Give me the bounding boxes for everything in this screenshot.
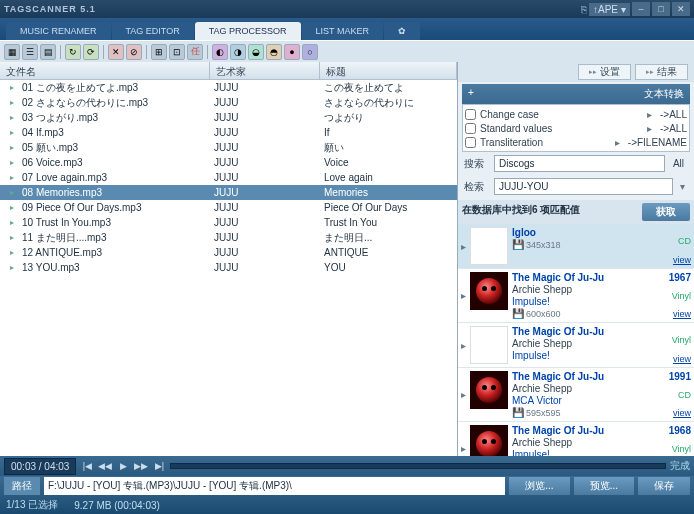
- tab-tag-editor[interactable]: TAG EDITOR: [112, 22, 194, 40]
- path-bar: 路径 F:\JUJU - [YOU] 专辑.(MP3)\JUJU - [YOU]…: [0, 476, 694, 496]
- main-tabs: MUSIC RENAMERTAG EDITORTAG PROCESSORLIST…: [0, 18, 694, 40]
- encoding-dropdown[interactable]: ↑APE▾: [589, 3, 630, 16]
- tool-7[interactable]: ⊘: [126, 44, 142, 60]
- tool-1[interactable]: ▦: [4, 44, 20, 60]
- panel-tab-settings[interactable]: ▸▸设置: [578, 64, 631, 80]
- file-row[interactable]: ▸04 If.mp3JUJUIf: [0, 125, 457, 140]
- file-row[interactable]: ▸10 Trust In You.mp3JUJUTrust In You: [0, 215, 457, 230]
- option-row[interactable]: Standard values▸->ALL: [465, 121, 687, 135]
- col-filename[interactable]: 文件名: [0, 62, 210, 79]
- tool-12[interactable]: ◑: [230, 44, 246, 60]
- file-row[interactable]: ▸06 Voice.mp3JUJUVoice: [0, 155, 457, 170]
- cover-thumb: [470, 272, 508, 310]
- tool-6[interactable]: ✕: [108, 44, 124, 60]
- results-count: 在数据库中找到6 项匹配值: [462, 203, 580, 221]
- file-row[interactable]: ▸13 YOU.mp3JUJUYOU: [0, 260, 457, 275]
- file-row[interactable]: ▸08 Memories.mp3JUJUMemories: [0, 185, 457, 200]
- option-checkbox[interactable]: [465, 137, 476, 148]
- next-button[interactable]: ▶|: [152, 459, 166, 473]
- tab-list-maker[interactable]: LIST MAKER: [302, 22, 383, 40]
- rew-button[interactable]: ◀◀: [98, 459, 112, 473]
- player-bar: 00:03 / 04:03 |◀ ◀◀ ▶ ▶▶ ▶| 完成: [0, 456, 694, 476]
- maximize-button[interactable]: □: [652, 2, 670, 16]
- settings-tab[interactable]: ✿: [384, 22, 420, 40]
- file-row[interactable]: ▸09 Piece Of Our Days.mp3JUJUPiece Of Ou…: [0, 200, 457, 215]
- results-list: ▸Igloo💾345x318CDview▸The Magic Of Ju-JuA…: [458, 224, 694, 456]
- path-label: 路径: [4, 477, 40, 495]
- dropdown-icon[interactable]: ▾: [677, 181, 688, 192]
- file-row[interactable]: ▸03 つよがり.mp3JUJUつよがり: [0, 110, 457, 125]
- browse-button[interactable]: 浏览...: [509, 477, 569, 495]
- file-icon: ▸: [6, 248, 18, 258]
- fetch-button[interactable]: 获取: [642, 203, 690, 221]
- option-checkbox[interactable]: [465, 109, 476, 120]
- view-link[interactable]: view: [673, 309, 691, 319]
- tab-tag-processor[interactable]: TAG PROCESSOR: [195, 22, 301, 40]
- tool-14[interactable]: ◓: [266, 44, 282, 60]
- option-checkbox[interactable]: [465, 123, 476, 134]
- tool-10[interactable]: 任: [187, 44, 203, 60]
- save-button[interactable]: 保存: [638, 477, 690, 495]
- expand-icon[interactable]: +: [468, 87, 474, 101]
- tool-8[interactable]: ⊞: [151, 44, 167, 60]
- tool-15[interactable]: ●: [284, 44, 300, 60]
- option-row[interactable]: Change case▸->ALL: [465, 107, 687, 121]
- search-src-label: 搜索: [464, 157, 490, 171]
- col-title[interactable]: 标题: [320, 62, 457, 79]
- file-icon: ▸: [6, 173, 18, 183]
- tool-2[interactable]: ☰: [22, 44, 38, 60]
- tab-music-renamer[interactable]: MUSIC RENAMER: [6, 22, 111, 40]
- file-row[interactable]: ▸02 さよならの代わりに.mp3JUJUさよならの代わりに: [0, 95, 457, 110]
- option-row[interactable]: Transliteration▸->FILENAME: [465, 135, 687, 149]
- result-item[interactable]: ▸The Magic Of Ju-JuArchie SheppImpulse!💾…: [458, 269, 694, 323]
- options-box: Change case▸->ALLStandard values▸->ALLTr…: [462, 104, 690, 152]
- ffwd-button[interactable]: ▶▶: [134, 459, 148, 473]
- app-title: TAGSCANNER 5.1: [4, 4, 581, 14]
- file-row[interactable]: ▸11 また明日....mp3JUJUまた明日...: [0, 230, 457, 245]
- close-button[interactable]: ✕: [672, 2, 690, 16]
- expand-icon[interactable]: ▸: [461, 241, 466, 252]
- search-input[interactable]: JUJU-YOU: [494, 178, 673, 195]
- result-item[interactable]: ▸The Magic Of Ju-JuArchie SheppImpulse!V…: [458, 323, 694, 368]
- progress-bar[interactable]: [170, 463, 666, 469]
- result-item[interactable]: ▸Igloo💾345x318CDview: [458, 224, 694, 269]
- expand-icon[interactable]: ▸: [461, 443, 466, 454]
- tool-16[interactable]: ○: [302, 44, 318, 60]
- file-row[interactable]: ▸07 Love again.mp3JUJULove again: [0, 170, 457, 185]
- status-bar: 1/13 已选择 9.27 MB (00:04:03): [0, 496, 694, 514]
- file-icon: ▸: [6, 143, 18, 153]
- cover-thumb: [470, 326, 508, 364]
- prev-button[interactable]: |◀: [80, 459, 94, 473]
- player-time: 00:03 / 04:03: [4, 458, 76, 475]
- tool-11[interactable]: ◐: [212, 44, 228, 60]
- all-label[interactable]: All: [669, 158, 688, 169]
- view-link[interactable]: view: [673, 354, 691, 364]
- preview-button[interactable]: 预览...: [574, 477, 634, 495]
- file-icon: ▸: [6, 83, 18, 93]
- file-row[interactable]: ▸05 願い.mp3JUJU願い: [0, 140, 457, 155]
- column-headers: 文件名 艺术家 标题: [0, 62, 457, 80]
- query-label: 检索: [464, 180, 490, 194]
- view-link[interactable]: view: [673, 255, 691, 265]
- provider-select[interactable]: Discogs: [494, 155, 665, 172]
- result-item[interactable]: ▸The Magic Of Ju-JuArchie SheppImpulse!💾…: [458, 422, 694, 456]
- result-item[interactable]: ▸The Magic Of Ju-JuArchie SheppMCA Victo…: [458, 368, 694, 422]
- panel-tab-results[interactable]: ▸▸结果: [635, 64, 688, 80]
- path-input[interactable]: F:\JUJU - [YOU] 专辑.(MP3)\JUJU - [YOU] 专辑…: [44, 477, 505, 495]
- play-button[interactable]: ▶: [116, 459, 130, 473]
- file-icon: ▸: [6, 128, 18, 138]
- tool-9[interactable]: ⊡: [169, 44, 185, 60]
- tool-13[interactable]: ◒: [248, 44, 264, 60]
- expand-icon[interactable]: ▸: [461, 340, 466, 351]
- file-row[interactable]: ▸12 ANTIQUE.mp3JUJUANTIQUE: [0, 245, 457, 260]
- file-row[interactable]: ▸01 この夜を止めてよ.mp3JUJUこの夜を止めてよ: [0, 80, 457, 95]
- tool-5[interactable]: ⟳: [83, 44, 99, 60]
- tool-3[interactable]: ▤: [40, 44, 56, 60]
- expand-icon[interactable]: ▸: [461, 389, 466, 400]
- file-icon: ▸: [6, 218, 18, 228]
- view-link[interactable]: view: [673, 408, 691, 418]
- tool-4[interactable]: ↻: [65, 44, 81, 60]
- minimize-button[interactable]: –: [632, 2, 650, 16]
- col-artist[interactable]: 艺术家: [210, 62, 320, 79]
- expand-icon[interactable]: ▸: [461, 290, 466, 301]
